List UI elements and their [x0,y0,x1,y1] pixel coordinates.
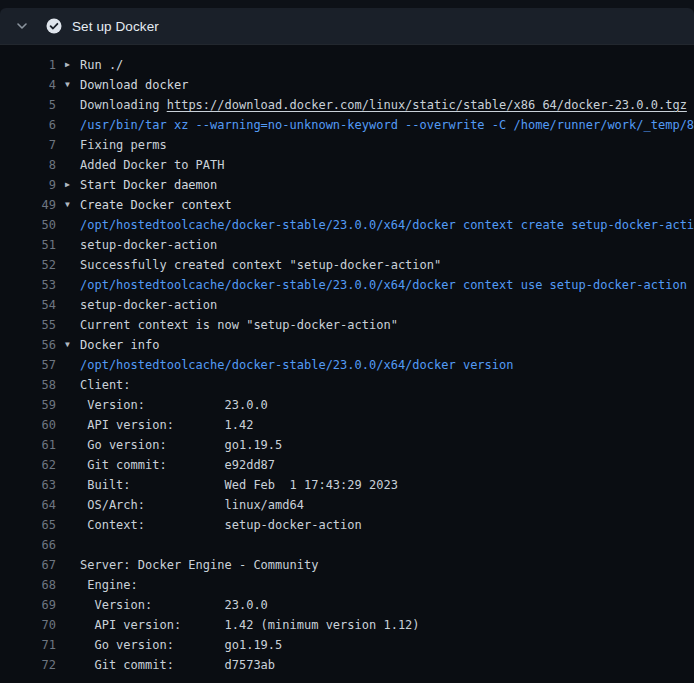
line-number[interactable]: 69 [0,595,56,615]
indent-spacer [56,535,80,555]
indent-spacer [56,435,80,455]
line-number[interactable]: 59 [0,395,56,415]
log-text: Added Docker to PATH [80,155,225,175]
log-text: Version: 23.0.0 [80,595,268,615]
line-number[interactable]: 1 [0,55,56,75]
log-text: Fixing perms [80,135,167,155]
log-line: 51setup-docker-action [0,235,694,255]
log-text: Engine: [80,575,138,595]
log-text: Create Docker context [80,195,232,215]
line-number[interactable]: 5 [0,95,56,115]
log-text: Downloading https://download.docker.com/… [80,95,687,115]
log-line: 53/opt/hostedtoolcache/docker-stable/23.… [0,275,694,295]
log-text: Successfully created context "setup-dock… [80,255,441,275]
line-number[interactable]: 8 [0,155,56,175]
indent-spacer [56,155,80,175]
line-number[interactable]: 51 [0,235,56,255]
log-line: 60 API version: 1.42 [0,415,694,435]
indent-spacer [56,515,80,535]
collapse-group-icon[interactable]: ▼ [56,335,80,355]
line-number[interactable]: 60 [0,415,56,435]
indent-spacer [56,315,80,335]
indent-spacer [56,275,80,295]
line-number[interactable]: 9 [0,175,56,195]
line-number[interactable]: 68 [0,575,56,595]
collapse-group-icon[interactable]: ▼ [56,195,80,215]
line-number[interactable]: 56 [0,335,56,355]
log-text: Current context is now "setup-docker-act… [80,315,398,335]
download-url-link[interactable]: https://download.docker.com/linux/static… [167,98,687,112]
log-group-line[interactable]: 56▼Docker info [0,335,694,355]
line-number[interactable]: 61 [0,435,56,455]
log-text: setup-docker-action [80,235,217,255]
log-line: 63 Built: Wed Feb 1 17:43:29 2023 [0,475,694,495]
log-text: /opt/hostedtoolcache/docker-stable/23.0.… [80,215,694,235]
log-text: /opt/hostedtoolcache/docker-stable/23.0.… [80,355,513,375]
line-number[interactable]: 65 [0,515,56,535]
indent-spacer [56,495,80,515]
line-number[interactable]: 55 [0,315,56,335]
line-number[interactable]: 49 [0,195,56,215]
line-number[interactable]: 52 [0,255,56,275]
indent-spacer [56,615,80,635]
line-number[interactable]: 6 [0,115,56,135]
log-text: setup-docker-action [80,295,217,315]
indent-spacer [56,555,80,575]
line-number[interactable]: 64 [0,495,56,515]
log-text: Go version: go1.19.5 [80,435,282,455]
log-line: 71 Go version: go1.19.5 [0,635,694,655]
line-number[interactable]: 62 [0,455,56,475]
log-text: Context: setup-docker-action [80,515,362,535]
log-group-line[interactable]: 4▼Download docker [0,75,694,95]
line-number[interactable]: 66 [0,535,56,555]
log-line: 52Successfully created context "setup-do… [0,255,694,275]
actions-log-page: Set up Docker 1▶Run ./4▼Download docker5… [0,0,694,683]
indent-spacer [56,115,80,135]
log-line: 69 Version: 23.0.0 [0,595,694,615]
log-group-line[interactable]: 1▶Run ./ [0,55,694,75]
line-number[interactable]: 70 [0,615,56,635]
indent-spacer [56,295,80,315]
log-text: Built: Wed Feb 1 17:43:29 2023 [80,475,398,495]
chevron-down-icon[interactable] [14,18,30,34]
indent-spacer [56,95,80,115]
indent-spacer [56,255,80,275]
line-number[interactable]: 53 [0,275,56,295]
line-number[interactable]: 54 [0,295,56,315]
collapse-group-icon[interactable]: ▼ [56,75,80,95]
expand-group-icon[interactable]: ▶ [56,175,80,195]
log-line: 62 Git commit: e92dd87 [0,455,694,475]
line-number[interactable]: 57 [0,355,56,375]
line-number[interactable]: 67 [0,555,56,575]
log-line: 72 Git commit: d7573ab [0,655,694,675]
log-lines: 1▶Run ./4▼Download docker5Downloading ht… [0,55,694,675]
log-text: /usr/bin/tar xz --warning=no-unknown-key… [80,115,694,135]
line-number[interactable]: 63 [0,475,56,495]
line-number[interactable]: 4 [0,75,56,95]
line-number[interactable]: 50 [0,215,56,235]
log-line: 6/usr/bin/tar xz --warning=no-unknown-ke… [0,115,694,135]
log-line: 65 Context: setup-docker-action [0,515,694,535]
log-line: 59 Version: 23.0.0 [0,395,694,415]
log-line: 67Server: Docker Engine - Community [0,555,694,575]
log-line: 57/opt/hostedtoolcache/docker-stable/23.… [0,355,694,375]
log-line: 55Current context is now "setup-docker-a… [0,315,694,335]
log-text: Download docker [80,75,188,95]
log-text: Docker info [80,335,159,355]
indent-spacer [56,475,80,495]
line-number[interactable]: 58 [0,375,56,395]
step-header[interactable]: Set up Docker [0,8,694,45]
log-group-line[interactable]: 9▶Start Docker daemon [0,175,694,195]
line-number[interactable]: 72 [0,655,56,675]
log-text: API version: 1.42 (minimum version 1.12) [80,615,420,635]
indent-spacer [56,215,80,235]
indent-spacer [56,455,80,475]
line-number[interactable]: 71 [0,635,56,655]
log-text: Downloading [80,98,167,112]
check-circle-icon [46,18,62,34]
expand-group-icon[interactable]: ▶ [56,55,80,75]
indent-spacer [56,395,80,415]
log-group-line[interactable]: 49▼Create Docker context [0,195,694,215]
line-number[interactable]: 7 [0,135,56,155]
indent-spacer [56,355,80,375]
